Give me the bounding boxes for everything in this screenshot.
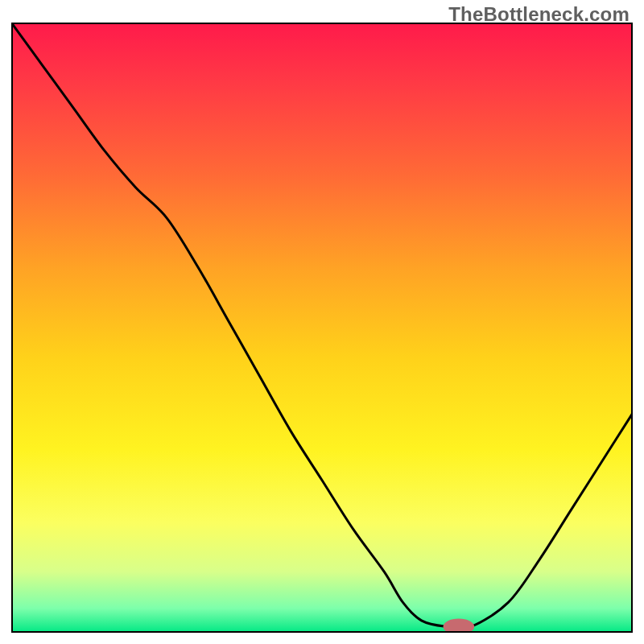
chart-frame [11, 23, 633, 633]
bottleneck-chart [11, 23, 633, 633]
gradient-background [11, 23, 633, 633]
